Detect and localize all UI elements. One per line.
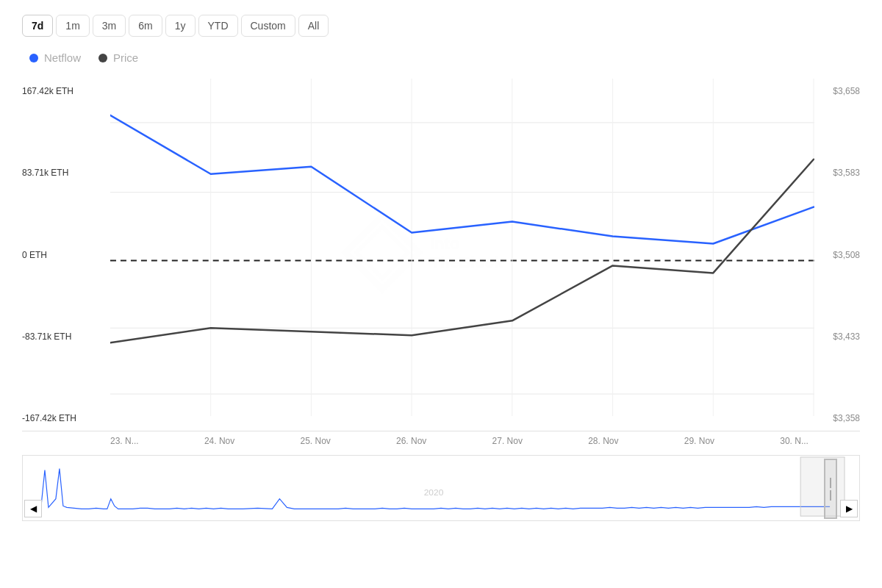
time-btn-custom[interactable]: Custom	[241, 15, 295, 37]
svg-text:2020: 2020	[424, 487, 444, 498]
time-btn-all[interactable]: All	[298, 15, 329, 37]
x-label-5: 28. Nov	[588, 436, 618, 446]
y-left-5: -167.42k ETH	[22, 413, 110, 423]
legend-netflow: Netflow	[29, 51, 81, 64]
price-dot	[98, 54, 107, 62]
time-btn-7d[interactable]: 7d	[22, 15, 53, 37]
time-btn-ytd[interactable]: YTD	[198, 15, 238, 37]
netflow-dot	[29, 54, 38, 62]
price-label: Price	[113, 51, 138, 64]
time-range-selector: 7d1m3m6m1yYTDCustomAll	[22, 15, 860, 37]
mini-chart[interactable]: 2020 ◀ ▶	[22, 455, 860, 521]
x-label-4: 27. Nov	[492, 436, 523, 446]
main-chart: 167.42k ETH 83.71k ETH 0 ETH -83.71k ETH…	[22, 79, 860, 431]
y-axis-right: $3,658 $3,583 $3,508 $3,433 $3,358	[808, 79, 860, 431]
time-btn-6m[interactable]: 6m	[129, 15, 162, 37]
time-btn-1y[interactable]: 1y	[165, 15, 196, 37]
y-right-1: $3,658	[808, 86, 860, 96]
mini-nav-left-button[interactable]: ◀	[24, 500, 42, 517]
x-label-0: 23. N...	[110, 436, 139, 446]
y-left-2: 83.71k ETH	[22, 168, 110, 178]
y-left-3: 0 ETH	[22, 250, 110, 260]
y-right-3: $3,508	[808, 250, 860, 260]
svg-rect-18	[800, 457, 845, 516]
x-label-7: 30. N...	[780, 436, 808, 446]
x-label-1: 24. Nov	[204, 436, 234, 446]
time-btn-3m[interactable]: 3m	[93, 15, 126, 37]
legend-price: Price	[98, 51, 138, 64]
handle-line-2	[830, 490, 831, 501]
mini-chart-svg: 2020	[23, 456, 859, 520]
range-handle[interactable]	[824, 459, 837, 519]
y-left-4: -83.71k ETH	[22, 331, 110, 342]
chart-svg	[110, 79, 814, 431]
x-label-3: 26. Nov	[396, 436, 426, 446]
y-right-4: $3,433	[808, 331, 860, 342]
x-label-6: 29. Nov	[684, 436, 714, 446]
chart-legend: Netflow Price	[29, 51, 860, 64]
y-left-1: 167.42k ETH	[22, 86, 110, 96]
y-right-5: $3,358	[808, 413, 860, 423]
handle-line-1	[830, 478, 831, 488]
y-right-2: $3,583	[808, 168, 860, 178]
x-axis: 23. N...24. Nov25. Nov26. Nov27. Nov28. …	[22, 431, 860, 451]
time-btn-1m[interactable]: 1m	[56, 15, 89, 37]
mini-nav-right-button[interactable]: ▶	[840, 500, 858, 517]
y-axis-left: 167.42k ETH 83.71k ETH 0 ETH -83.71k ETH…	[22, 79, 110, 431]
main-container: 7d1m3m6m1yYTDCustomAll Netflow Price 167…	[0, 0, 882, 588]
netflow-label: Netflow	[44, 51, 81, 64]
chart-wrapper: 167.42k ETH 83.71k ETH 0 ETH -83.71k ETH…	[22, 79, 860, 521]
x-label-2: 25. Nov	[300, 436, 330, 446]
